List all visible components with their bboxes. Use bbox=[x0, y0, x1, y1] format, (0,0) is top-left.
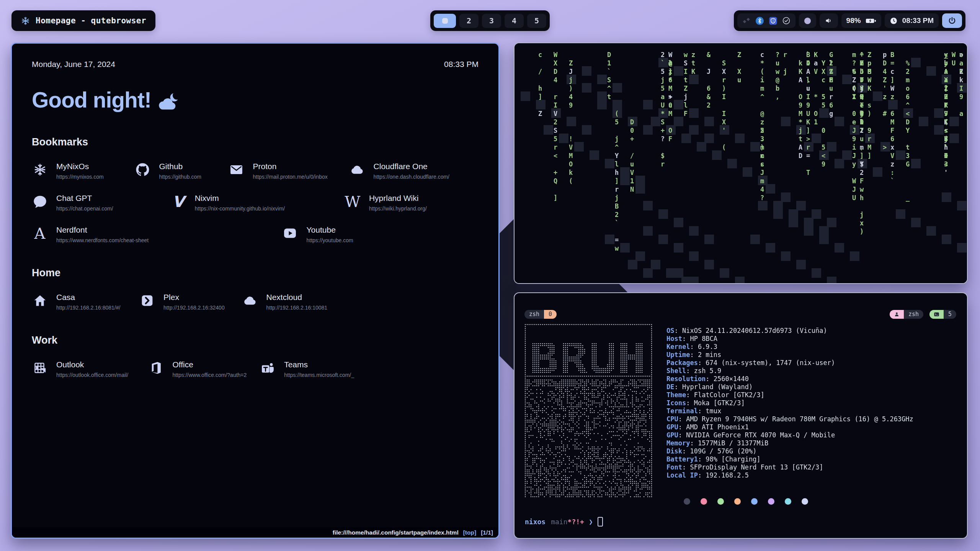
bookmark-url: http://192.168.2.16:8081/#/ bbox=[56, 305, 120, 311]
user-icon-wrap bbox=[890, 310, 904, 319]
palette-dot-3 bbox=[734, 498, 741, 505]
battery-charging-icon bbox=[866, 18, 876, 24]
cloud-icon bbox=[349, 163, 365, 177]
bookmark-row: Casahttp://192.168.2.16:8081/#/Plexhttp:… bbox=[32, 293, 479, 311]
bookmark-url: https://mail.proton.me/u/0/inbox bbox=[253, 174, 327, 180]
bookmark-url: https://one.dash.cloudflare.com/ bbox=[374, 174, 449, 180]
fastfetch-line-gpu: GPU: NVIDIA GeForce RTX 4070 Max-Q / Mob… bbox=[666, 431, 913, 439]
fastfetch-value: : NVIDIA GeForce RTX 4070 Max-Q / Mobile bbox=[678, 431, 835, 439]
tray-record-indicator[interactable] bbox=[799, 13, 816, 28]
statusbar-url: file:///home/hadi/.config/startpage/inde… bbox=[333, 529, 459, 536]
fastfetch-label: Kernel bbox=[666, 343, 690, 350]
bookmark-url: https://mynixos.com bbox=[56, 174, 104, 180]
fastfetch-line-host: Host: HP 8BCA bbox=[666, 335, 913, 343]
bookmark-nextcloud[interactable]: Nextcloudhttp://192.168.2.16:10081 bbox=[242, 293, 479, 311]
bookmark-name: Teams bbox=[284, 360, 354, 369]
bookmark-text: Officehttps://www.office.com/?auth=2 bbox=[172, 360, 247, 378]
tray-status-icons[interactable] bbox=[737, 13, 795, 28]
bookmark-row: Chat GPThttps://chat.openai.com/VNixvimh… bbox=[32, 194, 479, 212]
workspace-5[interactable]: 5 bbox=[527, 14, 546, 28]
tmux-user-segment: zsh bbox=[890, 310, 923, 319]
bookmark-text: Chat GPThttps://chat.openai.com/ bbox=[56, 194, 113, 212]
matrix-terminal-window[interactable] bbox=[514, 42, 968, 284]
tmux-session-name: zsh bbox=[524, 310, 544, 319]
bookmark-text: Teamshttps://teams.microsoft.com/_ bbox=[284, 360, 354, 378]
bookmark-chat-gpt[interactable]: Chat GPThttps://chat.openai.com/ bbox=[32, 194, 170, 212]
bookmark-teams[interactable]: Teamshttps://teams.microsoft.com/_ bbox=[260, 360, 479, 378]
tray-volume[interactable] bbox=[820, 13, 838, 28]
fastfetch-value: : Moka [GTK2/3] bbox=[686, 399, 745, 407]
bookmark-name: Youtube bbox=[307, 225, 353, 235]
workspace-4[interactable]: 4 bbox=[505, 14, 524, 28]
qutebrowser-window[interactable]: Monday, June 17, 2024 08:33 PM Good nigh… bbox=[11, 42, 500, 539]
bookmark-url: https://www.office.com/?auth=2 bbox=[172, 372, 247, 378]
bookmark-github[interactable]: Githubhttps://github.com bbox=[134, 162, 228, 180]
window-title: Homepage - qutebrowser bbox=[36, 16, 146, 25]
palette-dot-6 bbox=[785, 498, 791, 505]
qutebrowser-statusbar: file:///home/hadi/.config/startpage/inde… bbox=[12, 527, 498, 538]
bookmark-youtube[interactable]: Youtubehttps://youtube.com bbox=[282, 225, 479, 243]
tmux-window-tab[interactable]: zsh 0 bbox=[524, 310, 557, 319]
shell-prompt[interactable]: nixos main *?!+ ❯ bbox=[525, 517, 603, 527]
fastfetch-value: : 2 mins bbox=[690, 351, 721, 359]
plex-chevron-icon bbox=[139, 293, 155, 308]
bookmark-mynixos[interactable]: MyNixOshttps://mynixos.com bbox=[32, 162, 134, 180]
terminal-icon-wrap bbox=[929, 310, 944, 319]
bookmark-url: https://wiki.hyprland.org/ bbox=[369, 205, 427, 212]
fastfetch-label: Icons bbox=[666, 399, 686, 407]
palette-dot-5 bbox=[768, 498, 774, 505]
power-button[interactable] bbox=[942, 13, 962, 28]
nixos-snowflake-icon bbox=[21, 16, 30, 26]
fastfetch-line-memory: Memory: 1577MiB / 31377MiB bbox=[666, 439, 913, 447]
workspace-3[interactable]: 3 bbox=[482, 14, 501, 28]
nixos-snowflake-icon bbox=[32, 163, 48, 177]
section-title-work: Work bbox=[32, 334, 479, 346]
fastfetch-value: : 6.9.3 bbox=[690, 343, 717, 350]
workspace-1-active[interactable] bbox=[434, 14, 456, 28]
bookmark-casa[interactable]: Casahttp://192.168.2.16:8081/#/ bbox=[32, 293, 139, 311]
tray-battery[interactable]: 98% bbox=[841, 13, 881, 28]
bookmark-name: Cloudflare One bbox=[374, 162, 449, 171]
workspace-2[interactable]: 2 bbox=[459, 14, 479, 28]
prompt-arrow: ❯ bbox=[589, 518, 593, 526]
bookmark-text: Youtubehttps://youtube.com bbox=[307, 225, 353, 243]
tmux-user-session: zsh bbox=[904, 310, 923, 319]
youtube-play-icon bbox=[282, 226, 298, 240]
fastfetch-label: Terminal bbox=[666, 407, 698, 415]
fastfetch-line-resolution: Resolution: 980×551 bbox=[666, 375, 913, 383]
bookmark-text: Protonhttps://mail.proton.me/u/0/inbox bbox=[253, 162, 327, 180]
section-bookmarks: BookmarksMyNixOshttps://mynixos.comGithu… bbox=[32, 136, 479, 243]
bookmark-hyprland-wiki[interactable]: WHyprland Wikihttps://wiki.hyprland.org/ bbox=[345, 194, 479, 212]
fastfetch-value: : 98% [Charging] bbox=[698, 455, 761, 463]
bookmark-nixvim[interactable]: VNixvimhttps://nix-community.github.io/n… bbox=[170, 194, 345, 212]
bookmark-text: Outlookhttps://outlook.office.com/mail/ bbox=[56, 360, 128, 378]
terminal-cursor bbox=[598, 517, 603, 527]
statusbar-tab-index: [1/1] bbox=[481, 529, 493, 536]
fastfetch-label: Uptime bbox=[666, 351, 690, 359]
letter-w-icon: W bbox=[345, 194, 361, 209]
envelope-icon bbox=[228, 163, 244, 177]
battery-percent: 98% bbox=[846, 16, 861, 25]
fetch-terminal-window[interactable]: zsh 0 zsh 5 bbox=[514, 292, 968, 539]
section-title-bookmarks: Bookmarks bbox=[32, 136, 479, 148]
bookmark-office[interactable]: Officehttps://www.office.com/?auth=2 bbox=[148, 360, 260, 378]
github-icon bbox=[134, 163, 150, 177]
active-window-title-pill: Homepage - qutebrowser bbox=[11, 10, 155, 31]
bookmark-url: https://teams.microsoft.com/_ bbox=[284, 372, 354, 378]
bookmark-nerdfont[interactable]: ANerdfonthttps://www.nerdfonts.com/cheat… bbox=[32, 225, 282, 243]
bookmark-name: Chat GPT bbox=[56, 194, 113, 203]
bookmark-outlook[interactable]: Outlookhttps://outlook.office.com/mail/ bbox=[32, 360, 148, 378]
tray-clock[interactable]: 08:33 PM bbox=[885, 13, 939, 28]
fastfetch-label: GPU bbox=[666, 423, 678, 431]
bookmark-proton[interactable]: Protonhttps://mail.proton.me/u/0/inbox bbox=[228, 162, 349, 180]
bookmark-plex[interactable]: Plexhttp://192.168.2.16:32400 bbox=[139, 293, 242, 311]
fastfetch-line-kernel: Kernel: 6.9.3 bbox=[666, 343, 913, 351]
fastfetch-label: DE bbox=[666, 383, 674, 391]
palette-dot-2 bbox=[717, 498, 724, 505]
shield-vault-icon bbox=[769, 16, 777, 25]
bookmark-url: https://github.com bbox=[159, 174, 201, 180]
bookmark-url: https://youtube.com bbox=[307, 237, 353, 243]
bookmark-cloudflare-one[interactable]: Cloudflare Onehttps://one.dash.cloudflar… bbox=[349, 162, 479, 180]
fastfetch-value: : SFProDisplay Nerd Font 13 [GTK2/3] bbox=[682, 463, 823, 471]
bookmark-url: https://chat.openai.com/ bbox=[56, 205, 113, 212]
